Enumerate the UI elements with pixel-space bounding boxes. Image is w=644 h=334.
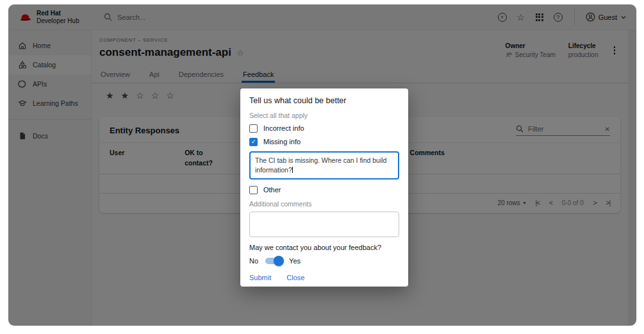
text-cursor xyxy=(292,167,293,173)
toggle-off-label: No xyxy=(249,257,258,265)
missing-info-textarea[interactable]: The CI tab is missing. Where can I find … xyxy=(249,151,399,180)
missing-info-text: The CI tab is missing. Where can I find … xyxy=(255,156,386,174)
app-window: Red Hat Developer Hub Search... + ☆ ? Gu… xyxy=(8,4,636,326)
checkbox-unchecked-icon[interactable] xyxy=(249,124,258,133)
option-incorrect-info[interactable]: Incorrect info xyxy=(249,124,399,133)
option-label: Other xyxy=(263,186,281,194)
modal-actions: Submit Close xyxy=(249,274,399,281)
additional-comments-textarea[interactable] xyxy=(249,212,399,237)
option-missing-info[interactable]: ✓ Missing info xyxy=(249,137,399,146)
additional-comments-label: Additional comments xyxy=(249,200,399,208)
feedback-modal: Tell us what could be better Select all … xyxy=(240,88,408,287)
modal-subtitle: Select all that apply xyxy=(249,112,399,119)
toggle-on-label: Yes xyxy=(289,257,301,265)
checkbox-unchecked-icon[interactable] xyxy=(249,186,258,194)
contact-toggle[interactable] xyxy=(265,258,282,264)
option-other[interactable]: Other xyxy=(249,185,399,194)
contact-toggle-row: No Yes xyxy=(249,256,399,266)
option-label: Missing info xyxy=(263,138,301,146)
contact-question: May we contact you about your feedback? xyxy=(249,244,399,251)
modal-title: Tell us what could be better xyxy=(249,96,399,105)
toggle-thumb xyxy=(274,256,284,266)
submit-button[interactable]: Submit xyxy=(249,274,271,281)
option-label: Incorrect info xyxy=(263,124,304,132)
close-button[interactable]: Close xyxy=(286,274,304,281)
checkbox-checked-icon[interactable]: ✓ xyxy=(249,138,258,146)
